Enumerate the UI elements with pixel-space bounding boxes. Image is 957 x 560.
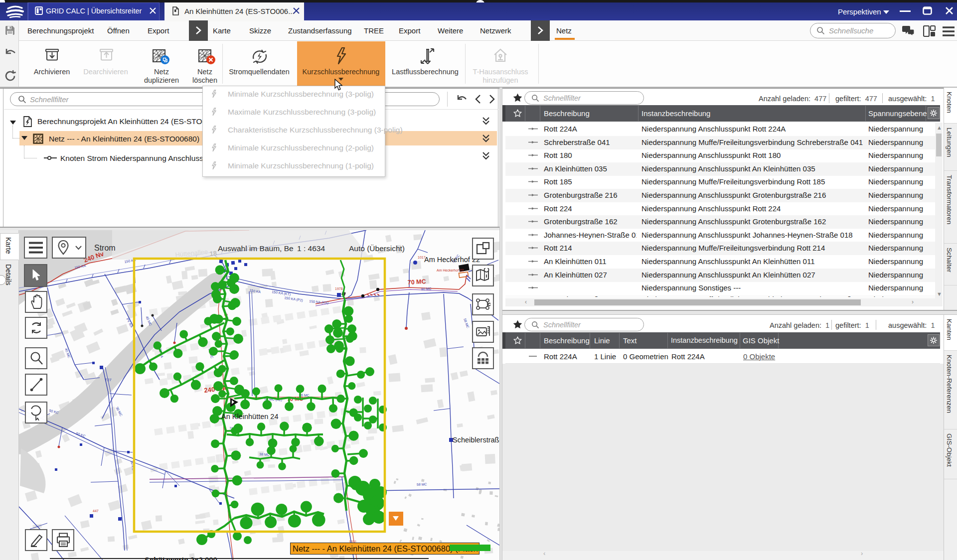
svg-text:An Kleinhütten 24: An Kleinhütten 24 [221, 413, 278, 420]
svg-text:Schätzwerte 2x2.000: Schätzwerte 2x2.000 [145, 556, 217, 560]
svg-text:70 MC: 70 MC [407, 278, 426, 286]
svg-text:Am Heckerhof 22: Am Heckerhof 22 [437, 269, 464, 272]
svg-text:Scheiblerstraße: Scheiblerstraße [453, 436, 499, 444]
svg-text:90 MC: 90 MC [421, 287, 432, 291]
svg-text:58 MC: 58 MC [417, 482, 427, 486]
svg-text:1978: 1978 [335, 287, 343, 290]
svg-text:447: 447 [93, 509, 99, 513]
svg-text:T27: T27 [105, 378, 112, 382]
